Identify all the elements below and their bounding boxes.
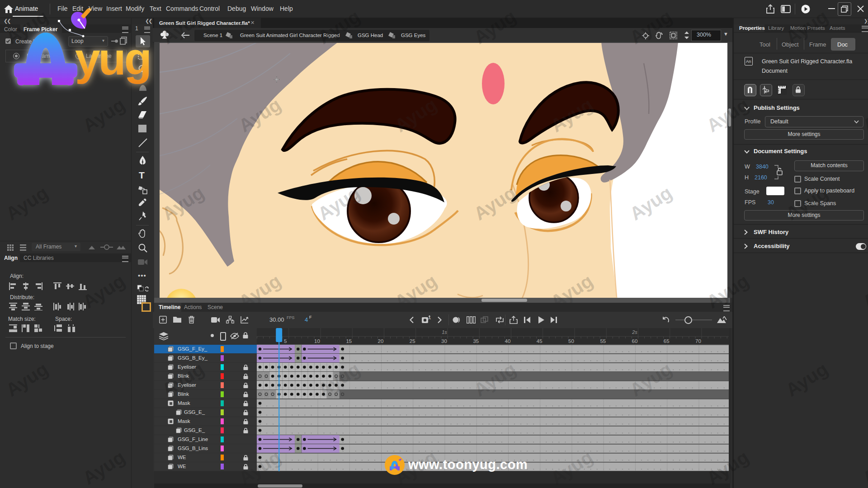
svg-text:65: 65 [664,338,670,344]
svg-text:2s: 2s [632,329,637,335]
svg-text:25: 25 [410,338,415,344]
svg-text:1s: 1s [442,329,447,335]
svg-text:60: 60 [632,338,638,344]
svg-text:15: 15 [346,338,352,344]
svg-text:yug: yug [75,33,150,84]
svg-text:A: A [429,316,431,320]
svg-text:35: 35 [473,338,479,344]
svg-text:50: 50 [568,338,574,344]
svg-text:30: 30 [441,338,447,344]
svg-text:10: 10 [314,338,320,344]
svg-text:40: 40 [505,338,511,344]
svg-text:20: 20 [378,338,384,344]
svg-text:5: 5 [284,338,287,344]
svg-text:70: 70 [695,338,701,344]
svg-text:45: 45 [537,338,542,344]
svg-text:55: 55 [600,338,606,344]
